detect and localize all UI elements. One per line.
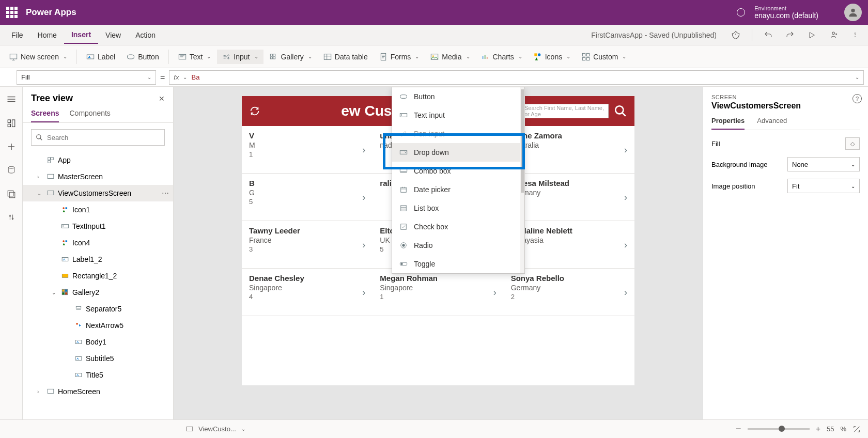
- tree-node[interactable]: TextInput1⋯: [23, 218, 173, 234]
- tree-search-input[interactable]: [47, 134, 160, 142]
- chevron-down-icon[interactable]: ⌄: [241, 426, 245, 432]
- menu-action[interactable]: Action: [128, 27, 163, 43]
- forms-menu[interactable]: Forms⌄: [374, 50, 425, 64]
- rail-media-icon[interactable]: [4, 187, 19, 201]
- tree-node[interactable]: Separator5⋯: [23, 301, 173, 317]
- chevron-down-icon[interactable]: ⌄: [37, 191, 43, 196]
- dropdown-item-button[interactable]: Button: [392, 87, 524, 106]
- tree-node[interactable]: Body1⋯: [23, 334, 173, 350]
- redo-icon[interactable]: [781, 26, 799, 44]
- help-icon[interactable]: ?: [853, 94, 862, 103]
- button-button[interactable]: Button: [121, 50, 164, 64]
- tree-node[interactable]: ⌄Gallery2⋯: [23, 284, 173, 301]
- fill-color-picker[interactable]: ◇: [845, 137, 860, 150]
- environment-picker[interactable]: Environment enayu.com (default): [754, 5, 818, 20]
- chevron-right-icon[interactable]: ›: [624, 287, 627, 298]
- app-checker-icon[interactable]: [727, 26, 745, 44]
- rail-advanced-icon[interactable]: [4, 211, 19, 225]
- zoom-in-icon[interactable]: +: [816, 425, 820, 434]
- customer-card[interactable]: Tawny LeederFrance3›: [242, 221, 373, 269]
- customer-card[interactable]: VM1›: [242, 126, 373, 174]
- label-button[interactable]: Label: [81, 50, 120, 64]
- search-icon[interactable]: [614, 104, 627, 118]
- custom-menu[interactable]: Custom⌄: [577, 50, 631, 64]
- chevron-right-icon[interactable]: ›: [624, 192, 627, 202]
- chevron-down-icon[interactable]: ⌄: [52, 290, 58, 295]
- dropdown-item-toggle[interactable]: Toggle: [392, 255, 524, 273]
- user-avatar[interactable]: [844, 4, 862, 21]
- chevron-right-icon[interactable]: ›: [362, 287, 365, 298]
- gallery-menu[interactable]: Gallery⌄: [265, 50, 317, 64]
- chevron-right-icon[interactable]: ›: [362, 239, 365, 250]
- selection-breadcrumb[interactable]: ViewCusto...: [198, 425, 236, 433]
- new-screen-button[interactable]: New screen⌄: [4, 50, 72, 64]
- tab-components[interactable]: Components: [69, 109, 110, 122]
- chevron-right-icon[interactable]: ›: [37, 174, 43, 180]
- rail-insert-icon[interactable]: [4, 139, 19, 154]
- dropdown-item-date[interactable]: Date picker: [392, 180, 524, 199]
- rail-data-icon[interactable]: [4, 163, 19, 178]
- more-icon[interactable]: ⋯: [162, 189, 169, 197]
- dropdown-item-list[interactable]: List box: [392, 199, 524, 217]
- tree-node[interactable]: Subtitle5⋯: [23, 350, 173, 367]
- media-menu[interactable]: Media⌄: [425, 50, 475, 64]
- rail-tree-view-icon[interactable]: [4, 116, 19, 130]
- dropdown-scrollbar[interactable]: [520, 87, 524, 273]
- tree-node[interactable]: Label1_2⋯: [23, 251, 173, 268]
- close-icon[interactable]: ✕: [159, 95, 165, 103]
- tree-node[interactable]: Rectangle1_2⋯: [23, 268, 173, 284]
- property-selector[interactable]: Fill ⌄: [17, 70, 156, 85]
- menu-home[interactable]: Home: [30, 27, 64, 43]
- help-icon[interactable]: [846, 26, 864, 44]
- customer-card[interactable]: BG5›: [242, 174, 373, 221]
- dropdown-item-check[interactable]: Check box: [392, 217, 524, 236]
- tab-properties[interactable]: Properties: [711, 117, 745, 130]
- chevron-right-icon[interactable]: ›: [362, 192, 365, 202]
- tree-node[interactable]: App⋯: [23, 152, 173, 168]
- chevron-right-icon[interactable]: ›: [493, 287, 497, 298]
- zoom-slider[interactable]: [748, 428, 810, 430]
- input-menu[interactable]: Input⌄: [217, 50, 263, 64]
- tree-node[interactable]: ⌄ViewCustomersScreen⋯: [23, 185, 173, 201]
- tree-node[interactable]: Icon1⋯: [23, 201, 173, 218]
- chevron-right-icon[interactable]: ›: [624, 239, 627, 250]
- zoom-out-icon[interactable]: −: [736, 424, 741, 434]
- tree-node[interactable]: NextArrow5⋯: [23, 317, 173, 334]
- tree-node[interactable]: Title5⋯: [23, 367, 173, 383]
- canvas-search-input[interactable]: Search First Name, Last Name, or Age: [521, 104, 609, 118]
- dropdown-item-textinput[interactable]: Text input: [392, 106, 524, 124]
- rail-hamburger-icon[interactable]: [4, 92, 19, 106]
- charts-menu[interactable]: Charts⌄: [476, 50, 528, 64]
- menu-view[interactable]: View: [98, 27, 128, 43]
- icons-menu[interactable]: Icons⌄: [529, 50, 576, 64]
- chevron-right-icon[interactable]: ›: [37, 389, 43, 395]
- share-icon[interactable]: [825, 26, 842, 44]
- dropdown-item-radio[interactable]: Radio: [392, 236, 524, 255]
- refresh-icon[interactable]: [249, 105, 260, 117]
- tree-node[interactable]: ›HomeScreen⋯: [23, 383, 173, 400]
- customer-card[interactable]: Sonya RebelloGermany2›: [504, 269, 634, 316]
- menu-file[interactable]: File: [4, 27, 30, 43]
- dropdown-item-combo[interactable]: Combo box: [392, 162, 524, 180]
- undo-icon[interactable]: [760, 26, 777, 44]
- menu-insert[interactable]: Insert: [64, 26, 98, 44]
- dropdown-item-pen[interactable]: Pen input: [392, 124, 524, 143]
- formula-input[interactable]: fx ⌄ Ba ⌄: [169, 70, 864, 85]
- customer-card[interactable]: Megan RohmanSingapore1›: [373, 269, 503, 316]
- customer-card[interactable]: Denae ChesleySingapore4›: [242, 269, 373, 316]
- tab-screens[interactable]: Screens: [31, 109, 59, 122]
- tree-node[interactable]: Icon4⋯: [23, 234, 173, 251]
- tree-node[interactable]: ›MasterScreen⋯: [23, 168, 173, 185]
- tab-advanced[interactable]: Advanced: [757, 117, 787, 130]
- fit-to-screen-icon[interactable]: [853, 425, 861, 433]
- text-menu[interactable]: Text⌄: [173, 50, 216, 64]
- image-position-select[interactable]: Fit⌄: [787, 179, 860, 193]
- chevron-right-icon[interactable]: ›: [362, 144, 365, 155]
- app-launcher-icon[interactable]: [6, 7, 18, 18]
- tree-search[interactable]: [31, 129, 165, 146]
- play-icon[interactable]: [803, 26, 820, 44]
- bg-image-select[interactable]: None⌄: [787, 157, 860, 171]
- data-table-button[interactable]: Data table: [318, 50, 373, 64]
- chevron-right-icon[interactable]: ›: [624, 144, 627, 155]
- dropdown-item-dropdown[interactable]: Drop down: [392, 143, 524, 162]
